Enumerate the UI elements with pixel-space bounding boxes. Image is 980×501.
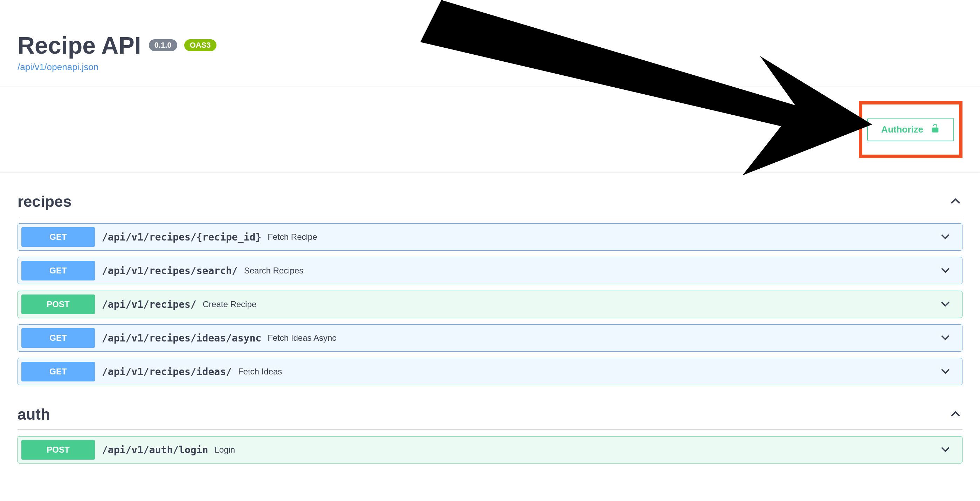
- authorize-button-label: Authorize: [881, 124, 923, 135]
- chevron-up-icon: [948, 195, 963, 209]
- method-badge: POST: [21, 440, 95, 460]
- operation-path: /api/v1/recipes/search/: [102, 265, 238, 277]
- operation-path: /api/v1/recipes/{recipe_id}: [102, 231, 261, 243]
- chevron-down-icon: [939, 264, 959, 278]
- scheme-container: Authorize: [0, 86, 980, 172]
- operation-path: /api/v1/auth/login: [102, 444, 208, 456]
- method-badge: GET: [21, 261, 95, 281]
- chevron-down-icon: [939, 331, 959, 345]
- operation-row: GET /api/v1/recipes/search/ Search Recip…: [18, 257, 963, 284]
- operation-path: /api/v1/recipes/ideas/async: [102, 332, 261, 344]
- operation-summary[interactable]: GET /api/v1/recipes/{recipe_id} Fetch Re…: [18, 224, 962, 250]
- operation-row: POST /api/v1/auth/login Login: [18, 436, 963, 463]
- operation-summary[interactable]: POST /api/v1/auth/login Login: [18, 437, 962, 463]
- operation-path: /api/v1/recipes/: [102, 299, 196, 310]
- authorize-highlight-box: Authorize: [859, 101, 963, 158]
- operation-summary[interactable]: GET /api/v1/recipes/ideas/ Fetch Ideas: [18, 358, 962, 385]
- chevron-down-icon: [939, 365, 959, 379]
- unlock-icon: [930, 123, 940, 136]
- operation-path: /api/v1/recipes/ideas/: [102, 366, 232, 378]
- operation-description: Create Recipe: [203, 299, 939, 309]
- method-badge: GET: [21, 227, 95, 247]
- operation-summary[interactable]: GET /api/v1/recipes/search/ Search Recip…: [18, 257, 962, 284]
- api-title: Recipe API: [18, 32, 141, 59]
- tag-section-recipes: recipes GET /api/v1/recipes/{recipe_id} …: [18, 187, 963, 385]
- tag-name: recipes: [18, 193, 72, 211]
- version-badge: 0.1.0: [149, 39, 177, 51]
- operations-content: recipes GET /api/v1/recipes/{recipe_id} …: [0, 172, 980, 491]
- operation-summary[interactable]: GET /api/v1/recipes/ideas/async Fetch Id…: [18, 325, 962, 351]
- chevron-down-icon: [939, 230, 959, 244]
- operation-description: Login: [214, 445, 939, 455]
- oas-badge: OAS3: [184, 39, 216, 51]
- tag-name: auth: [18, 406, 50, 423]
- chevron-up-icon: [948, 407, 963, 421]
- operation-description: Fetch Ideas: [238, 367, 939, 377]
- operation-description: Fetch Recipe: [267, 232, 939, 242]
- spec-link[interactable]: /api/v1/openapi.json: [18, 62, 963, 73]
- operation-row: POST /api/v1/recipes/ Create Recipe: [18, 290, 963, 318]
- info-header: Recipe API 0.1.0 OAS3 /api/v1/openapi.js…: [0, 0, 980, 86]
- operation-description: Search Recipes: [244, 266, 939, 276]
- tag-header-recipes[interactable]: recipes: [18, 187, 963, 217]
- method-badge: POST: [21, 295, 95, 314]
- chevron-down-icon: [939, 297, 959, 311]
- tag-header-auth[interactable]: auth: [18, 399, 963, 430]
- operation-row: GET /api/v1/recipes/ideas/ Fetch Ideas: [18, 358, 963, 385]
- operation-summary[interactable]: POST /api/v1/recipes/ Create Recipe: [18, 291, 962, 318]
- operation-row: GET /api/v1/recipes/{recipe_id} Fetch Re…: [18, 223, 963, 250]
- authorize-button[interactable]: Authorize: [867, 118, 954, 141]
- operation-row: GET /api/v1/recipes/ideas/async Fetch Id…: [18, 324, 963, 352]
- method-badge: GET: [21, 362, 95, 381]
- method-badge: GET: [21, 328, 95, 348]
- chevron-down-icon: [939, 443, 959, 457]
- operation-description: Fetch Ideas Async: [267, 333, 939, 343]
- tag-section-auth: auth POST /api/v1/auth/login Login: [18, 399, 963, 463]
